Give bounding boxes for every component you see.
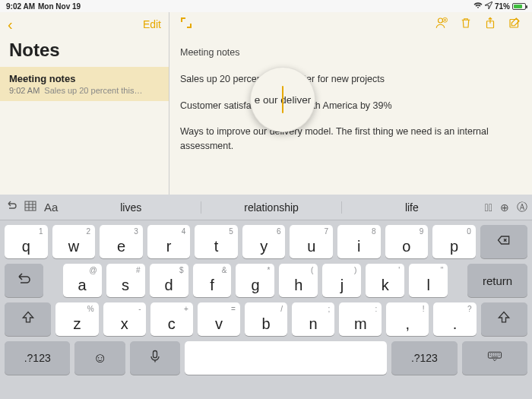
- key-f[interactable]: &f: [193, 264, 232, 297]
- shift-key[interactable]: [5, 302, 51, 336]
- share-icon[interactable]: [483, 16, 497, 33]
- key-u[interactable]: 7u: [290, 225, 333, 258]
- status-bar: 9:02 AM Mon Nov 19 71%: [0, 0, 532, 12]
- key-s[interactable]: #s: [106, 264, 145, 297]
- suggestion-bar: lives relationship life: [61, 201, 481, 214]
- key-h[interactable]: (h: [279, 264, 318, 297]
- check-icon[interactable]: ✓⃝: [485, 201, 492, 214]
- suggestion[interactable]: relationship: [201, 201, 341, 214]
- mode-key[interactable]: .?123: [391, 341, 457, 375]
- marker-icon[interactable]: Ⓐ: [517, 201, 527, 214]
- note-paragraph: Sales up 20 percent this quarter for new…: [180, 72, 521, 87]
- table-icon[interactable]: [24, 201, 36, 214]
- key-c[interactable]: +c: [150, 302, 193, 336]
- text-magnifier: e our deliver: [250, 67, 315, 132]
- battery-pct: 71%: [495, 2, 510, 11]
- key-k[interactable]: 'k: [366, 264, 404, 297]
- text-format-icon[interactable]: Aa: [44, 201, 58, 214]
- svg-rect-5: [154, 351, 157, 358]
- edit-button[interactable]: Edit: [143, 18, 161, 30]
- note-paragraph: Customer satisfaction up in North Americ…: [180, 99, 521, 113]
- backspace-key[interactable]: [480, 225, 527, 258]
- key-y[interactable]: 6y: [242, 225, 286, 258]
- svg-rect-4: [25, 201, 36, 211]
- key-l[interactable]: "l: [409, 264, 448, 297]
- suggestion[interactable]: life: [341, 201, 482, 214]
- status-time: 9:02 AM: [6, 2, 35, 11]
- page-title: Notes: [0, 36, 169, 67]
- key-g[interactable]: *g: [236, 264, 274, 297]
- undo-icon[interactable]: [5, 201, 17, 214]
- space-key[interactable]: [185, 341, 387, 375]
- key-i[interactable]: 8i: [337, 225, 381, 258]
- key-e[interactable]: 3e: [100, 225, 143, 258]
- key-b[interactable]: /b: [245, 302, 287, 336]
- add-person-icon[interactable]: [435, 16, 448, 33]
- battery-icon: [512, 3, 526, 10]
- key-a[interactable]: @a: [63, 264, 102, 297]
- key-p[interactable]: 0p: [432, 225, 476, 258]
- key-d[interactable]: $d: [150, 264, 188, 297]
- key-z[interactable]: %z: [55, 302, 98, 336]
- status-date: Mon Nov 19: [38, 2, 81, 11]
- note-list-item[interactable]: Meeting notes 9:02 AMSales up 20 percent…: [0, 67, 169, 101]
- key-t[interactable]: 5t: [195, 225, 238, 258]
- compose-icon[interactable]: [508, 16, 521, 33]
- wifi-icon: [473, 2, 483, 11]
- key-v[interactable]: =v: [198, 302, 240, 336]
- key-j[interactable]: )j: [322, 264, 361, 297]
- trash-icon[interactable]: [459, 16, 473, 33]
- note-editor[interactable]: Meeting notes Sales up 20 percent this q…: [169, 12, 532, 195]
- note-title: Meeting notes: [180, 46, 521, 60]
- plus-icon[interactable]: ⊕: [500, 201, 509, 214]
- key-q[interactable]: 1q: [5, 225, 48, 258]
- key-r[interactable]: 4r: [147, 225, 191, 258]
- return-key[interactable]: return: [467, 264, 527, 297]
- key-o[interactable]: 9o: [385, 225, 429, 258]
- onscreen-keyboard[interactable]: Aa lives relationship life ✓⃝ ⊕ Ⓐ 1q2w3e…: [0, 195, 532, 399]
- text-cursor: [282, 86, 283, 113]
- note-item-title: Meeting notes: [9, 73, 160, 84]
- key-x[interactable]: -x: [103, 302, 146, 336]
- note-item-time: 9:02 AM: [9, 86, 40, 95]
- location-icon: [485, 2, 492, 11]
- key-m[interactable]: :m: [339, 302, 382, 336]
- back-chevron-icon[interactable]: ‹: [8, 17, 13, 32]
- shift-key[interactable]: [481, 302, 527, 336]
- emoji-key[interactable]: ☺: [74, 341, 125, 375]
- mode-key[interactable]: .?123: [5, 341, 70, 375]
- undo-key[interactable]: [5, 264, 43, 297]
- note-item-preview: Sales up 20 percent this…: [44, 86, 142, 95]
- key-.[interactable]: ?.: [433, 302, 476, 336]
- svg-point-0: [439, 18, 443, 23]
- expand-icon[interactable]: [180, 17, 192, 32]
- mic-key[interactable]: [130, 341, 180, 375]
- note-paragraph: Ways to improve our delivery model. The …: [180, 125, 521, 154]
- key-n[interactable]: ;n: [292, 302, 334, 336]
- sidebar: ‹ Edit Notes Meeting notes 9:02 AMSales …: [0, 12, 169, 195]
- hide-keyboard-key[interactable]: [462, 341, 527, 375]
- key-,[interactable]: !,: [386, 302, 429, 336]
- key-w[interactable]: 2w: [52, 225, 96, 258]
- suggestion[interactable]: lives: [61, 201, 201, 214]
